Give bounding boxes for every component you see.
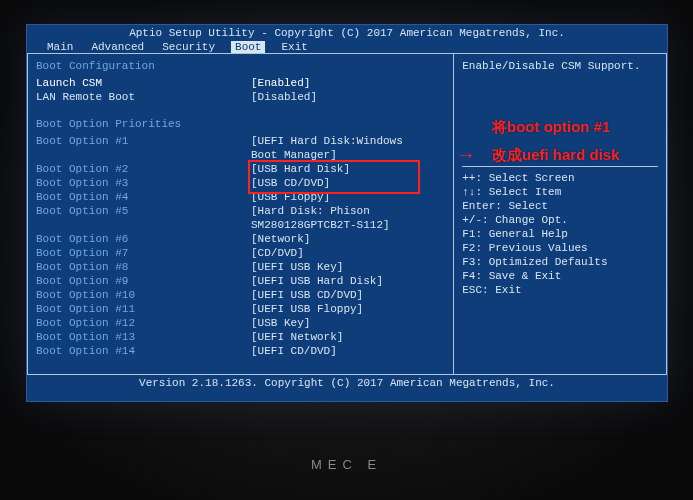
help-key-3: +/-: Change Opt. [462, 213, 658, 227]
menu-security[interactable]: Security [160, 41, 217, 53]
boot-option-13[interactable]: Boot Option #13[UEFI Network] [36, 330, 445, 344]
value-lan-remote: [Disabled] [251, 90, 445, 104]
boot-option-7[interactable]: Boot Option #7[CD/DVD] [36, 246, 445, 260]
help-key-0: ++: Select Screen [462, 171, 658, 185]
help-text: Enable/Disable CSM Support. [462, 60, 658, 72]
help-key-8: ESC: Exit [462, 283, 658, 297]
right-pane: Enable/Disable CSM Support. ++: Select S… [454, 54, 667, 374]
boot-option-12[interactable]: Boot Option #12[USB Key] [36, 316, 445, 330]
bios-screen: Aptio Setup Utility - Copyright (C) 2017… [26, 24, 668, 402]
left-pane: Boot Configuration Launch CSM [Enabled] … [27, 54, 454, 374]
help-key-6: F3: Optimized Defaults [462, 255, 658, 269]
boot-option-10[interactable]: Boot Option #10[UEFI USB CD/DVD] [36, 288, 445, 302]
help-key-5: F2: Previous Values [462, 241, 658, 255]
boot-option-1-cont: Boot Manager] [36, 148, 445, 162]
label-lan-remote: LAN Remote Boot [36, 90, 251, 104]
menu-advanced[interactable]: Advanced [89, 41, 146, 53]
menu-exit[interactable]: Exit [279, 41, 309, 53]
help-key-2: Enter: Select [462, 199, 658, 213]
boot-option-5-cont: SM280128GPTCB2T-S112] [36, 218, 445, 232]
boot-option-4[interactable]: Boot Option #4[USB Floppy] [36, 190, 445, 204]
boot-option-3[interactable]: Boot Option #3[USB CD/DVD] [36, 176, 445, 190]
footer: Version 2.18.1263. Copyright (C) 2017 Am… [27, 374, 667, 391]
value-launch-csm: [Enabled] [251, 76, 445, 90]
help-separator [462, 166, 658, 167]
help-key-4: F1: General Help [462, 227, 658, 241]
menu-main[interactable]: Main [45, 41, 75, 53]
section-priorities: Boot Option Priorities [36, 118, 445, 130]
boot-option-2[interactable]: Boot Option #2[USB Hard Disk] [36, 162, 445, 176]
laptop-brand: MEC E [0, 457, 693, 472]
label-launch-csm: Launch CSM [36, 76, 251, 90]
section-boot-config: Boot Configuration [36, 60, 445, 72]
row-lan-remote[interactable]: LAN Remote Boot [Disabled] [36, 90, 445, 104]
boot-option-9[interactable]: Boot Option #9[UEFI USB Hard Disk] [36, 274, 445, 288]
boot-option-6[interactable]: Boot Option #6[Network] [36, 232, 445, 246]
panes: Boot Configuration Launch CSM [Enabled] … [27, 53, 667, 374]
title-bar: Aptio Setup Utility - Copyright (C) 2017… [27, 25, 667, 41]
menu-boot[interactable]: Boot [231, 41, 265, 53]
boot-option-1[interactable]: Boot Option #1[UEFI Hard Disk:Windows [36, 134, 445, 148]
boot-option-11[interactable]: Boot Option #11[UEFI USB Floppy] [36, 302, 445, 316]
boot-option-5[interactable]: Boot Option #5[Hard Disk: Phison [36, 204, 445, 218]
menu-bar: Main Advanced Security Boot Exit [27, 41, 667, 53]
help-key-1: ↑↓: Select Item [462, 185, 658, 199]
row-launch-csm[interactable]: Launch CSM [Enabled] [36, 76, 445, 90]
help-key-7: F4: Save & Exit [462, 269, 658, 283]
boot-option-8[interactable]: Boot Option #8[UEFI USB Key] [36, 260, 445, 274]
boot-option-14[interactable]: Boot Option #14[UEFI CD/DVD] [36, 344, 445, 358]
